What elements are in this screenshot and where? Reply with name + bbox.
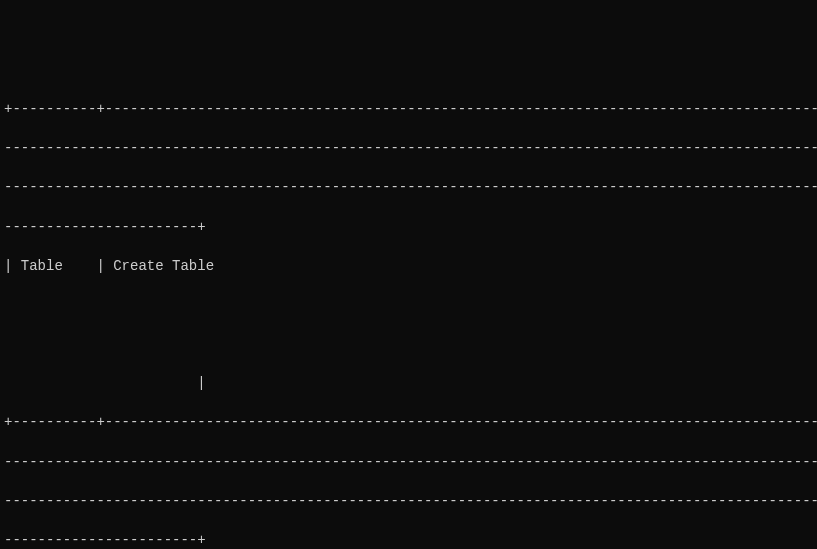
- terminal-output: +----------+----------------------------…: [0, 78, 817, 549]
- blank-line: [4, 335, 813, 355]
- border-line: ----------------------------------------…: [4, 453, 813, 473]
- table-header-row: | Table | Create Table: [4, 257, 813, 277]
- border-line: ----------------------------------------…: [4, 492, 813, 512]
- border-line: +----------+----------------------------…: [4, 413, 813, 433]
- header-spacer: |: [4, 374, 813, 394]
- border-line: ----------------------------------------…: [4, 139, 813, 159]
- border-line: +----------+----------------------------…: [4, 100, 813, 120]
- border-line: -----------------------+: [4, 218, 813, 238]
- border-line: -----------------------+: [4, 531, 813, 549]
- border-line: ----------------------------------------…: [4, 178, 813, 198]
- blank-line: [4, 296, 813, 316]
